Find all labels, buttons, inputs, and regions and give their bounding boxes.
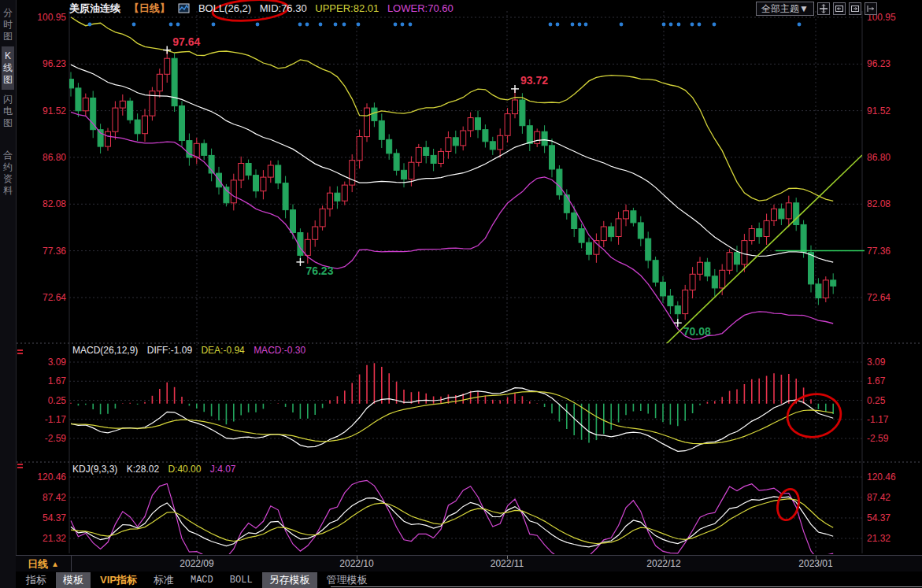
date-axis-row: 日线 ▲ 2022/092022/102022/112022/122023/01 — [16, 555, 922, 572]
indicator-name[interactable]: BOLL(26,2) — [198, 2, 251, 14]
axis-label: 1.67 — [867, 375, 885, 386]
axis-label: 21.32 — [16, 533, 66, 544]
kdj-j-value: J:4.07 — [210, 464, 236, 475]
sidebar-tab-1[interactable]: 分时图 — [2, 3, 14, 46]
bottom-left-corner — [0, 571, 16, 588]
date-label: 2022/12 — [632, 558, 695, 569]
left-sidebar: 分时图K线图闪电图合约资料 — [0, 0, 17, 588]
bottom-tab-4[interactable]: 标准 — [146, 572, 181, 588]
axis-label: 82.08 — [867, 198, 891, 209]
chart-header: 美原油连续 【日线】 BOLL(26,2) MID:76.30 UPPER:82… — [69, 2, 459, 16]
axis-label: -1.17 — [16, 414, 66, 425]
bottom-tab-3[interactable]: VIP指标 — [93, 572, 144, 588]
panel-resize-handle — [17, 464, 23, 468]
bottom-tab-5[interactable]: MACD — [183, 574, 220, 586]
date-label: 2022/11 — [476, 558, 539, 569]
axis-label: 21.32 — [867, 533, 891, 544]
bottom-tab-2[interactable]: 模板 — [56, 572, 91, 588]
axis-label: 72.64 — [16, 292, 66, 303]
extreme-marker — [296, 258, 304, 266]
date-label: 2022/09 — [165, 558, 228, 569]
macd-macd-value: MACD:-0.30 — [254, 345, 305, 356]
tab-bar-underline — [331, 586, 922, 587]
price-annotation: 76.23 — [305, 264, 333, 277]
axis-label: 3.09 — [867, 357, 885, 368]
axis-label: 91.52 — [867, 105, 891, 116]
price-annotation: 97.64 — [172, 35, 200, 48]
compress-x-button[interactable] — [833, 2, 846, 15]
axis-label: 1.67 — [16, 375, 66, 386]
symbol-name: 美原油连续 — [69, 2, 120, 14]
chart-window: 97.6476.2393.7270.08 分时图K线图闪电图合约资料 美原油连续… — [0, 0, 922, 588]
crosshair-tool-button[interactable] — [817, 2, 830, 15]
boll-lower-value: LOWER:70.60 — [387, 2, 454, 14]
period-tag: 【日线】 — [129, 2, 170, 14]
axis-label: 0.25 — [867, 395, 885, 406]
signal-dots-layer — [88, 23, 802, 27]
macd-histogram — [71, 363, 833, 442]
trend-line — [665, 155, 862, 345]
formula-icon — [178, 3, 190, 16]
sidebar-tab-4[interactable]: 合约资料 — [2, 146, 14, 201]
chart-canvas[interactable]: 97.6476.2393.7270.08 — [0, 0, 922, 588]
axis-label: 87.42 — [867, 492, 891, 503]
axis-label: 77.36 — [867, 246, 891, 257]
date-label: 2023/01 — [784, 558, 847, 569]
axis-label: 72.64 — [867, 292, 891, 303]
panel-resize-handle — [17, 349, 23, 354]
candles-layer — [69, 50, 836, 324]
macd-header: MACD(26,12,9) DIFF:-1.09 DEA:-0.94 MACD:… — [72, 345, 312, 356]
period-selector[interactable]: 日线 ▲ — [16, 556, 72, 572]
price-annotation: 70.08 — [683, 325, 711, 338]
axis-label: 54.37 — [16, 512, 66, 523]
bottom-tab-7[interactable]: 另存模板 — [262, 572, 317, 588]
bottom-tab-1[interactable]: 指标 — [19, 572, 54, 588]
axis-label: 86.80 — [16, 152, 66, 163]
axis-label: 0.25 — [16, 395, 66, 406]
bottom-tab-bar: 指标模板VIP指标标准MACDBOLL另存模板管理模板 — [16, 571, 922, 588]
macd-diff-value: DIFF:-1.09 — [147, 345, 192, 356]
sketch-circle-kdj-cross — [775, 486, 802, 522]
macd-name[interactable]: MACD(26,12,9) — [72, 345, 138, 356]
bottom-tab-6[interactable]: BOLL — [223, 574, 260, 586]
macd-dea-line — [71, 392, 833, 444]
axis-label: -2.59 — [16, 433, 66, 444]
axis-label: 54.37 — [867, 512, 891, 523]
macd-dea-value: DEA:-0.94 — [201, 345, 244, 356]
boll-mid-value: MID:76.30 — [260, 2, 307, 14]
axis-label: 120.46 — [867, 472, 896, 483]
axis-label: 96.23 — [867, 58, 891, 69]
axis-label: -2.59 — [867, 433, 888, 444]
kdj-k-line — [71, 497, 833, 547]
boll-mid-line — [71, 65, 833, 262]
shift-right-button[interactable] — [865, 2, 877, 15]
extreme-marker — [511, 85, 519, 93]
axis-label: 96.23 — [16, 58, 66, 69]
axis-label: -1.17 — [867, 414, 888, 425]
boll-upper-value: UPPER:82.01 — [315, 2, 379, 14]
sidebar-tab-3[interactable]: 闪电图 — [2, 90, 14, 133]
axis-label: 3.09 — [16, 357, 66, 368]
axis-label: 86.80 — [867, 152, 891, 163]
axis-label: 120.46 — [16, 472, 66, 483]
kdj-header: KDJ(9,3,3) K:28.02 D:40.00 J:4.07 — [72, 464, 243, 475]
date-label: 2022/10 — [325, 558, 388, 569]
period-label: 日线 — [28, 557, 48, 571]
extreme-marker — [163, 46, 171, 54]
kdj-d-value: D:40.00 — [168, 464, 201, 475]
axis-label: 91.52 — [16, 105, 66, 116]
theme-dropdown[interactable]: 全部主题▼ — [756, 2, 814, 16]
price-annotation: 93.72 — [520, 74, 548, 87]
extreme-marker — [674, 319, 682, 327]
bottom-tab-8[interactable]: 管理模板 — [320, 572, 375, 588]
expand-x-button[interactable] — [849, 2, 861, 15]
sidebar-tab-2[interactable]: K线图 — [2, 46, 14, 90]
period-arrow-icon: ▲ — [51, 560, 59, 568]
axis-label: 87.42 — [16, 492, 66, 503]
kdj-name[interactable]: KDJ(9,3,3) — [72, 464, 117, 475]
kdj-k-value: K:28.02 — [127, 464, 159, 475]
axis-label: 82.08 — [16, 198, 66, 209]
top-toolbar: 全部主题▼ — [756, 2, 877, 16]
axis-label: 77.36 — [16, 246, 66, 257]
axis-label: 100.95 — [16, 12, 66, 23]
